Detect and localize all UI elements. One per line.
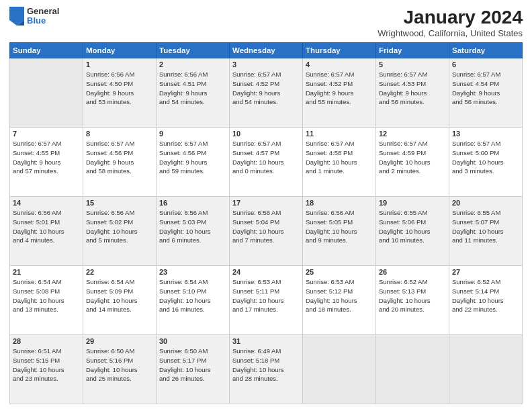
cell-content: Sunrise: 6:57 AM Sunset: 4:58 PM Dayligh… xyxy=(306,139,373,176)
day-number: 10 xyxy=(232,130,300,138)
calendar-cell: 14Sunrise: 6:56 AM Sunset: 5:01 PM Dayli… xyxy=(10,197,83,266)
calendar-week-row: 14Sunrise: 6:56 AM Sunset: 5:01 PM Dayli… xyxy=(10,197,523,266)
day-number: 21 xyxy=(13,268,80,276)
calendar-table: SundayMondayTuesdayWednesdayThursdayFrid… xyxy=(9,42,523,404)
cell-content: Sunrise: 6:56 AM Sunset: 5:03 PM Dayligh… xyxy=(159,208,226,245)
cell-content: Sunrise: 6:55 AM Sunset: 5:06 PM Dayligh… xyxy=(379,208,446,245)
day-number: 6 xyxy=(452,60,519,68)
calendar-week-row: 21Sunrise: 6:54 AM Sunset: 5:08 PM Dayli… xyxy=(10,266,523,335)
logo-general: General xyxy=(27,7,59,16)
day-number: 16 xyxy=(159,199,226,207)
day-number: 24 xyxy=(232,268,300,276)
calendar-cell: 26Sunrise: 6:52 AM Sunset: 5:13 PM Dayli… xyxy=(376,266,449,335)
cell-content: Sunrise: 6:56 AM Sunset: 4:51 PM Dayligh… xyxy=(159,70,226,107)
cell-content: Sunrise: 6:56 AM Sunset: 5:01 PM Dayligh… xyxy=(13,208,80,245)
day-number: 2 xyxy=(159,60,226,68)
cell-content: Sunrise: 6:53 AM Sunset: 5:12 PM Dayligh… xyxy=(306,277,373,314)
cell-content: Sunrise: 6:52 AM Sunset: 5:13 PM Dayligh… xyxy=(379,277,446,314)
calendar-week-row: 7Sunrise: 6:57 AM Sunset: 4:55 PM Daylig… xyxy=(10,128,523,197)
calendar-week-row: 1Sunrise: 6:56 AM Sunset: 4:50 PM Daylig… xyxy=(10,58,523,128)
cell-content: Sunrise: 6:49 AM Sunset: 5:18 PM Dayligh… xyxy=(232,347,300,383)
calendar-cell: 29Sunrise: 6:50 AM Sunset: 5:16 PM Dayli… xyxy=(83,335,157,404)
month-title: January 2024 xyxy=(378,7,523,28)
calendar-cell: 1Sunrise: 6:56 AM Sunset: 4:50 PM Daylig… xyxy=(83,58,157,128)
calendar-cell: 27Sunrise: 6:52 AM Sunset: 5:14 PM Dayli… xyxy=(449,266,523,335)
day-number: 17 xyxy=(232,199,300,207)
calendar-cell: 2Sunrise: 6:56 AM Sunset: 4:51 PM Daylig… xyxy=(157,58,230,128)
weekday-header-wednesday: Wednesday xyxy=(230,43,303,58)
cell-content: Sunrise: 6:57 AM Sunset: 4:57 PM Dayligh… xyxy=(232,139,300,176)
cell-content: Sunrise: 6:50 AM Sunset: 5:16 PM Dayligh… xyxy=(86,347,153,383)
calendar-cell: 4Sunrise: 6:57 AM Sunset: 4:52 PM Daylig… xyxy=(303,58,376,128)
calendar-cell: 16Sunrise: 6:56 AM Sunset: 5:03 PM Dayli… xyxy=(157,197,230,266)
cell-content: Sunrise: 6:57 AM Sunset: 4:59 PM Dayligh… xyxy=(379,139,446,176)
title-block: January 2024 Wrightwood, California, Uni… xyxy=(378,7,523,38)
calendar-cell: 22Sunrise: 6:54 AM Sunset: 5:09 PM Dayli… xyxy=(83,266,157,335)
weekday-header-friday: Friday xyxy=(376,43,449,58)
weekday-header-tuesday: Tuesday xyxy=(157,43,230,58)
day-number: 30 xyxy=(159,337,226,345)
day-number: 18 xyxy=(306,199,373,207)
calendar-cell xyxy=(303,335,376,404)
day-number: 26 xyxy=(379,268,446,276)
day-number: 1 xyxy=(86,60,153,68)
calendar-cell xyxy=(449,335,523,404)
cell-content: Sunrise: 6:57 AM Sunset: 4:56 PM Dayligh… xyxy=(159,139,226,176)
calendar-cell xyxy=(376,335,449,404)
cell-content: Sunrise: 6:52 AM Sunset: 5:14 PM Dayligh… xyxy=(452,277,519,314)
calendar-cell: 11Sunrise: 6:57 AM Sunset: 4:58 PM Dayli… xyxy=(303,128,376,197)
calendar-cell: 21Sunrise: 6:54 AM Sunset: 5:08 PM Dayli… xyxy=(10,266,83,335)
logo: General Blue xyxy=(9,7,59,26)
day-number: 29 xyxy=(86,337,153,345)
day-number: 15 xyxy=(86,199,153,207)
calendar-cell: 9Sunrise: 6:57 AM Sunset: 4:56 PM Daylig… xyxy=(157,128,230,197)
logo-blue: Blue xyxy=(27,16,59,26)
calendar-cell: 30Sunrise: 6:50 AM Sunset: 5:17 PM Dayli… xyxy=(157,335,230,404)
location: Wrightwood, California, United States xyxy=(378,28,523,38)
cell-content: Sunrise: 6:55 AM Sunset: 5:07 PM Dayligh… xyxy=(452,208,519,245)
day-number: 28 xyxy=(13,337,80,345)
day-number: 4 xyxy=(306,60,373,68)
day-number: 9 xyxy=(159,130,226,138)
cell-content: Sunrise: 6:56 AM Sunset: 5:05 PM Dayligh… xyxy=(306,208,373,245)
day-number: 5 xyxy=(379,60,446,68)
day-number: 13 xyxy=(452,130,519,138)
cell-content: Sunrise: 6:57 AM Sunset: 4:56 PM Dayligh… xyxy=(86,139,153,176)
cell-content: Sunrise: 6:57 AM Sunset: 4:55 PM Dayligh… xyxy=(13,139,80,176)
day-number: 25 xyxy=(306,268,373,276)
cell-content: Sunrise: 6:54 AM Sunset: 5:08 PM Dayligh… xyxy=(13,277,80,314)
weekday-header-saturday: Saturday xyxy=(449,43,523,58)
day-number: 7 xyxy=(13,130,80,138)
weekday-header-row: SundayMondayTuesdayWednesdayThursdayFrid… xyxy=(10,43,523,58)
cell-content: Sunrise: 6:56 AM Sunset: 5:02 PM Dayligh… xyxy=(86,208,153,245)
calendar-cell: 3Sunrise: 6:57 AM Sunset: 4:52 PM Daylig… xyxy=(230,58,303,128)
day-number: 22 xyxy=(86,268,153,276)
day-number: 27 xyxy=(452,268,519,276)
weekday-header-monday: Monday xyxy=(83,43,157,58)
cell-content: Sunrise: 6:53 AM Sunset: 5:11 PM Dayligh… xyxy=(232,277,300,314)
day-number: 8 xyxy=(86,130,153,138)
calendar-cell: 25Sunrise: 6:53 AM Sunset: 5:12 PM Dayli… xyxy=(303,266,376,335)
cell-content: Sunrise: 6:57 AM Sunset: 4:52 PM Dayligh… xyxy=(306,70,373,107)
calendar-cell: 17Sunrise: 6:56 AM Sunset: 5:04 PM Dayli… xyxy=(230,197,303,266)
calendar-cell: 7Sunrise: 6:57 AM Sunset: 4:55 PM Daylig… xyxy=(10,128,83,197)
calendar-cell: 15Sunrise: 6:56 AM Sunset: 5:02 PM Dayli… xyxy=(83,197,157,266)
cell-content: Sunrise: 6:51 AM Sunset: 5:15 PM Dayligh… xyxy=(13,347,80,383)
cell-content: Sunrise: 6:57 AM Sunset: 4:53 PM Dayligh… xyxy=(379,70,446,107)
calendar-cell: 28Sunrise: 6:51 AM Sunset: 5:15 PM Dayli… xyxy=(10,335,83,404)
day-number: 3 xyxy=(232,60,300,68)
calendar-cell: 23Sunrise: 6:54 AM Sunset: 5:10 PM Dayli… xyxy=(157,266,230,335)
calendar-cell: 5Sunrise: 6:57 AM Sunset: 4:53 PM Daylig… xyxy=(376,58,449,128)
cell-content: Sunrise: 6:56 AM Sunset: 4:50 PM Dayligh… xyxy=(86,70,153,107)
day-number: 20 xyxy=(452,199,519,207)
page: General Blue January 2024 Wrightwood, Ca… xyxy=(0,0,532,411)
day-number: 14 xyxy=(13,199,80,207)
day-number: 12 xyxy=(379,130,446,138)
calendar-cell: 6Sunrise: 6:57 AM Sunset: 4:54 PM Daylig… xyxy=(449,58,523,128)
cell-content: Sunrise: 6:56 AM Sunset: 5:04 PM Dayligh… xyxy=(232,208,300,245)
cell-content: Sunrise: 6:50 AM Sunset: 5:17 PM Dayligh… xyxy=(159,347,226,383)
day-number: 11 xyxy=(306,130,373,138)
calendar-cell: 13Sunrise: 6:57 AM Sunset: 5:00 PM Dayli… xyxy=(449,128,523,197)
calendar-cell: 10Sunrise: 6:57 AM Sunset: 4:57 PM Dayli… xyxy=(230,128,303,197)
calendar-cell: 24Sunrise: 6:53 AM Sunset: 5:11 PM Dayli… xyxy=(230,266,303,335)
